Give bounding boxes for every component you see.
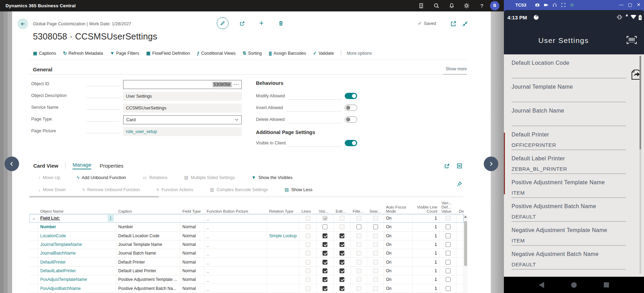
close-button[interactable]: ✕: [637, 2, 641, 7]
field-input[interactable]: User Settings: [123, 92, 242, 101]
editable-checkbox[interactable]: [340, 251, 344, 256]
manage-button[interactable]: ↓ Move Down: [38, 187, 66, 192]
visible-line-count-cell[interactable]: 1: [413, 223, 439, 231]
auto-focus-mode-cell[interactable]: On: [384, 223, 413, 231]
lines-checkbox[interactable]: [306, 251, 310, 256]
dropdown-chevron-icon[interactable]: [235, 118, 239, 121]
object-name-link[interactable]: DefaultLabelPrinter: [40, 268, 76, 273]
action-bar-item[interactable]: ↻ Refresh Metadata: [63, 51, 103, 56]
editable-checkbox[interactable]: [340, 286, 344, 291]
android-back-button[interactable]: [539, 282, 544, 288]
breadcrumb[interactable]: Global Page Customization | Work Date: 1…: [33, 21, 131, 26]
settings-field[interactable]: Positive Adjustment Template Name ITEM: [512, 174, 626, 198]
table-vertical-scrollbar[interactable]: [464, 214, 467, 293]
caption-cell[interactable]: Positive Adjustment Template ...: [116, 275, 180, 284]
auto-focus-mode-cell[interactable]: On: [384, 232, 413, 240]
settings-field[interactable]: Journal Template Name: [512, 78, 626, 102]
default-value-checkbox[interactable]: [446, 268, 450, 273]
searchable-checkbox[interactable]: [373, 224, 378, 229]
lines-checkbox[interactable]: [306, 286, 310, 291]
headset-icon[interactable]: [552, 3, 557, 7]
field-type-cell[interactable]: Normal: [180, 267, 205, 275]
table-row[interactable]: DefaultPrinter Default Printer Normal _ …: [29, 258, 464, 266]
table-row[interactable]: JournalBatchName Journal Batch Name Norm…: [29, 249, 464, 258]
hscroll-thumb[interactable]: [29, 196, 159, 197]
caption-cell[interactable]: Journal Template Name: [116, 240, 180, 249]
caption-cell[interactable]: Default Location Code: [116, 232, 180, 240]
settings-field-value[interactable]: ITEM: [512, 238, 525, 243]
notifications-bell-icon[interactable]: [449, 3, 455, 9]
tab-manage[interactable]: Manage: [72, 162, 91, 169]
relation-type-cell[interactable]: [267, 267, 299, 275]
field-input[interactable]: Card: [123, 115, 242, 124]
col-de[interactable]: De: [457, 201, 463, 215]
edit-pencil-icon[interactable]: [217, 17, 229, 29]
filterable-checkbox[interactable]: [357, 251, 361, 256]
visible-line-count-cell[interactable]: 1: [413, 249, 439, 257]
visible-checkbox[interactable]: [323, 260, 327, 265]
caption-cell[interactable]: Positive Adjustment Batch Na...: [116, 284, 180, 292]
relation-type-cell[interactable]: [267, 223, 299, 231]
filterable-checkbox[interactable]: [357, 260, 361, 265]
share-list-icon[interactable]: [444, 163, 450, 169]
toggle-switch[interactable]: [345, 93, 357, 99]
searchable-checkbox[interactable]: [373, 260, 378, 265]
minimize-button[interactable]: —: [619, 2, 624, 7]
field-type-cell[interactable]: Normal: [180, 249, 205, 257]
col-lines[interactable]: Lines: [299, 201, 317, 215]
open-in-excel-icon[interactable]: [456, 163, 463, 169]
col-filterable[interactable]: Filte...: [351, 201, 367, 215]
function-button-picture-cell[interactable]: _: [205, 275, 267, 284]
company-icon[interactable]: [418, 3, 424, 9]
settings-field[interactable]: Default Printer OFFICEPRINTER: [512, 126, 626, 150]
lines-checkbox[interactable]: [306, 260, 310, 265]
settings-field[interactable]: Default Location Code: [512, 54, 626, 78]
searchable-checkbox[interactable]: [373, 268, 378, 273]
default-value-checkbox[interactable]: [446, 233, 450, 238]
manage-button[interactable]: ▼ Show the Visibles: [251, 175, 292, 180]
visible-line-count-cell[interactable]: 1: [413, 258, 439, 266]
mobile-scrollbar-thumb[interactable]: [639, 56, 641, 149]
table-row[interactable]: PosAdjustTemplateName Positive Adjustmen…: [29, 275, 464, 284]
object-name-link[interactable]: JournalTemplateName: [40, 242, 82, 247]
object-name-link[interactable]: Field List:: [40, 216, 60, 221]
visible-line-count-cell[interactable]: 1: [413, 214, 439, 222]
settings-field-value[interactable]: DEFAULT: [512, 261, 536, 267]
col-searchable[interactable]: Sear...: [367, 201, 384, 215]
lines-checkbox[interactable]: [306, 224, 310, 229]
settings-field[interactable]: Negative Adjustment Batch Name DEFAULT: [512, 246, 626, 269]
function-button-picture-cell[interactable]: _: [205, 223, 267, 231]
col-caption[interactable]: Caption: [116, 201, 180, 215]
search-icon[interactable]: [433, 3, 439, 9]
auto-focus-mode-cell[interactable]: On: [384, 214, 413, 222]
col-visible[interactable]: Visi...: [317, 201, 334, 215]
visible-checkbox[interactable]: [323, 251, 327, 256]
user-avatar[interactable]: B: [490, 1, 499, 10]
collapse-window-icon[interactable]: [462, 21, 468, 27]
settings-field[interactable]: Default Label Printer ZEBRA_BL_PRINTER: [512, 150, 626, 174]
default-value-checkbox[interactable]: [446, 251, 450, 256]
col-function-button-picture[interactable]: Function Button Picture: [205, 201, 267, 215]
searchable-checkbox[interactable]: [373, 216, 378, 221]
auto-focus-mode-cell[interactable]: On: [384, 267, 413, 275]
relation-type-cell[interactable]: [267, 275, 299, 284]
filterable-checkbox[interactable]: [357, 233, 361, 238]
table-row[interactable]: DefaultLabelPrinter Default Label Printe…: [29, 267, 464, 275]
action-bar-item[interactable]: ▼ Page Filters: [110, 51, 139, 56]
settings-field[interactable]: Journal Batch Name: [512, 102, 626, 126]
auto-focus-mode-cell[interactable]: On: [384, 275, 413, 284]
lines-checkbox[interactable]: [306, 277, 310, 282]
field-type-cell[interactable]: [180, 214, 205, 222]
searchable-checkbox[interactable]: [373, 242, 378, 247]
editable-checkbox[interactable]: [340, 224, 344, 229]
visible-checkbox[interactable]: [323, 277, 327, 282]
emulator-settings-gear-icon[interactable]: [570, 3, 574, 7]
camera-icon[interactable]: [535, 3, 540, 7]
relation-type-cell[interactable]: [267, 249, 299, 257]
function-button-picture-cell[interactable]: _: [205, 214, 267, 222]
object-name-link[interactable]: PosAdjustTemplateName: [40, 277, 87, 282]
default-value-checkbox[interactable]: [446, 260, 450, 265]
manage-button[interactable]: ▥ Complex Barcode Settings: [210, 187, 268, 192]
editable-checkbox[interactable]: [340, 233, 344, 238]
object-name-link[interactable]: PosAdjustBatchName: [40, 286, 81, 291]
